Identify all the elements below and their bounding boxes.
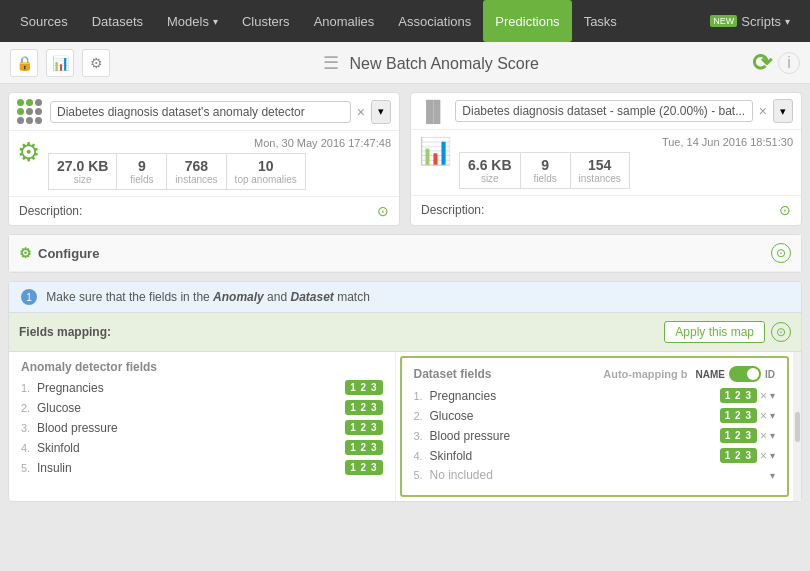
anomaly-clear-button[interactable]: ×: [355, 104, 367, 120]
right-field-2-dropdown[interactable]: ▾: [770, 410, 775, 421]
settings-icon[interactable]: ⚙: [82, 49, 110, 77]
right-column: Dataset fields Auto-mapping b NAME ID: [400, 356, 790, 497]
anomaly-stats: 27.0 KB size 9 fields 768 instances 10: [48, 153, 391, 190]
page-title: ☰ New Batch Anomaly Score: [118, 52, 744, 74]
nav-associations[interactable]: Associations: [386, 0, 483, 42]
dataset-description-label: Description:: [421, 203, 484, 217]
anomaly-detector-input[interactable]: [50, 101, 351, 123]
left-field-2: 2. Glucose 1 2 3: [21, 400, 383, 415]
left-badge-1: 1 2 3: [345, 380, 382, 395]
dataset-clear-button[interactable]: ×: [757, 103, 769, 119]
configure-section: ⚙ Configure ⊙: [8, 234, 802, 273]
dataset-input[interactable]: [455, 100, 752, 122]
right-field-3-clear[interactable]: ×: [760, 429, 767, 443]
hint-anomaly: Anomaly: [213, 290, 264, 304]
left-field-1: 1. Pregnancies 1 2 3: [21, 380, 383, 395]
toggle-track[interactable]: [729, 366, 761, 382]
new-badge: NEW: [710, 15, 737, 27]
right-badge-2: 1 2 3: [720, 408, 757, 423]
anomaly-icon: ⚙: [17, 137, 40, 168]
configure-expand-button[interactable]: ⊙: [771, 243, 791, 263]
lock-icon[interactable]: 🔒: [10, 49, 38, 77]
nav-predictions[interactable]: Predictions: [483, 0, 571, 42]
right-field-1-dropdown[interactable]: ▾: [770, 390, 775, 401]
apply-map-button[interactable]: Apply this map: [664, 321, 765, 343]
toggle-name-label: NAME: [696, 369, 725, 380]
right-field-4-dropdown[interactable]: ▾: [770, 450, 775, 461]
left-column: Anomaly detector fields 1. Pregnancies 1…: [9, 352, 396, 501]
right-badge-row-1: 1 2 3 × ▾: [720, 388, 775, 403]
anomaly-info: ⚙ Mon, 30 May 2016 17:47:48 27.0 KB size…: [9, 131, 399, 196]
right-field-1-clear[interactable]: ×: [760, 389, 767, 403]
dataset-meta: Tue, 14 Jun 2016 18:51:30 6.6 KB size 9 …: [459, 136, 793, 189]
toolbar-right: ⟳ i: [752, 49, 800, 77]
toolbar: 🔒 📊 ⚙ ☰ New Batch Anomaly Score ⟳ i: [0, 42, 810, 84]
nav-anomalies[interactable]: Anomalies: [302, 0, 387, 42]
nav-clusters[interactable]: Clusters: [230, 0, 302, 42]
fields-columns: Anomaly detector fields 1. Pregnancies 1…: [9, 352, 801, 501]
right-badge-3: 1 2 3: [720, 428, 757, 443]
right-field-3: 3. Blood pressure 1 2 3 × ▾: [414, 428, 776, 443]
nav-scripts[interactable]: NEW Scripts ▾: [696, 0, 802, 42]
right-field-1: 1. Pregnancies 1 2 3 × ▾: [414, 388, 776, 403]
dataset-selector-header: ▐▌ × ▾: [411, 93, 801, 130]
dataset-icon: 📊: [419, 136, 451, 167]
fields-mapping-header: Fields mapping: Apply this map ⊙: [9, 313, 801, 352]
configure-title: ⚙ Configure: [19, 245, 99, 261]
anomaly-selector-header: × ▾: [9, 93, 399, 131]
top-nav: Sources Datasets Models ▾ Clusters Anoma…: [0, 0, 810, 42]
left-col-header: Anomaly detector fields: [21, 360, 383, 374]
dataset-card: ▐▌ × ▾ 📊 Tue, 14 Jun 2016 18:51:30 6.6 K…: [410, 92, 802, 226]
dataset-bars-icon: ▐▌: [419, 100, 447, 123]
nav-tasks[interactable]: Tasks: [572, 0, 629, 42]
dataset-dropdown-button[interactable]: ▾: [773, 99, 793, 123]
doc-icon: ☰: [323, 53, 339, 73]
left-badge-2: 1 2 3: [345, 400, 382, 415]
anomaly-meta: Mon, 30 May 2016 17:47:48 27.0 KB size 9…: [48, 137, 391, 190]
right-field-2-clear[interactable]: ×: [760, 409, 767, 423]
right-field-5-dropdown[interactable]: ▾: [770, 470, 775, 481]
fields-expand-button[interactable]: ⊙: [771, 322, 791, 342]
right-field-3-dropdown[interactable]: ▾: [770, 430, 775, 441]
anomaly-stat-top: 10 top anomalies: [227, 153, 306, 190]
right-badge-1: 1 2 3: [720, 388, 757, 403]
dataset-stat-size: 6.6 KB size: [459, 152, 521, 189]
anomaly-stat-fields: 9 fields: [117, 153, 167, 190]
nav-models[interactable]: Models ▾: [155, 0, 230, 42]
main-content: × ▾ ⚙ Mon, 30 May 2016 17:47:48 27.0 KB …: [0, 84, 810, 571]
name-id-toggle[interactable]: NAME ID: [696, 366, 775, 382]
configure-header: ⚙ Configure ⊙: [9, 235, 801, 272]
anomaly-description-label: Description:: [19, 204, 82, 218]
left-badge-3: 1 2 3: [345, 420, 382, 435]
left-field-3: 3. Blood pressure 1 2 3: [21, 420, 383, 435]
scrollbar-thumb: [795, 412, 800, 442]
nav-datasets[interactable]: Datasets: [80, 0, 155, 42]
anomaly-dropdown-button[interactable]: ▾: [371, 100, 391, 124]
auto-mapping-label: Auto-mapping b: [603, 368, 687, 380]
left-badge-4: 1 2 3: [345, 440, 382, 455]
dataset-stat-fields: 9 fields: [521, 152, 571, 189]
hint-dataset: Dataset: [290, 290, 333, 304]
anomaly-expand-button[interactable]: ⊙: [377, 203, 389, 219]
dataset-stats: 6.6 KB size 9 fields 154 instances: [459, 152, 793, 189]
left-badge-5: 1 2 3: [345, 460, 382, 475]
right-field-4: 4. Skinfold 1 2 3 × ▾: [414, 448, 776, 463]
refresh-button[interactable]: ⟳: [752, 49, 772, 77]
fields-mapping-title: Fields mapping:: [19, 325, 111, 339]
anomaly-date: Mon, 30 May 2016 17:47:48: [48, 137, 391, 149]
left-field-5: 5. Insulin 1 2 3: [21, 460, 383, 475]
dataset-stat-instances: 154 instances: [571, 152, 630, 189]
toggle-id-label: ID: [765, 369, 775, 380]
right-col-header: Dataset fields Auto-mapping b NAME ID: [414, 366, 776, 382]
selector-row: × ▾ ⚙ Mon, 30 May 2016 17:47:48 27.0 KB …: [8, 92, 802, 226]
right-badge-row-2: 1 2 3 × ▾: [720, 408, 775, 423]
fields-section: 1 Make sure that the fields in the Anoma…: [8, 281, 802, 502]
right-field-4-clear[interactable]: ×: [760, 449, 767, 463]
nav-sources[interactable]: Sources: [8, 0, 80, 42]
scripts-caret-icon: ▾: [785, 16, 790, 27]
left-field-4: 4. Skinfold 1 2 3: [21, 440, 383, 455]
info-button[interactable]: i: [778, 52, 800, 74]
chart-icon[interactable]: 📊: [46, 49, 74, 77]
dataset-expand-button[interactable]: ⊙: [779, 202, 791, 218]
right-badge-row-3: 1 2 3 × ▾: [720, 428, 775, 443]
